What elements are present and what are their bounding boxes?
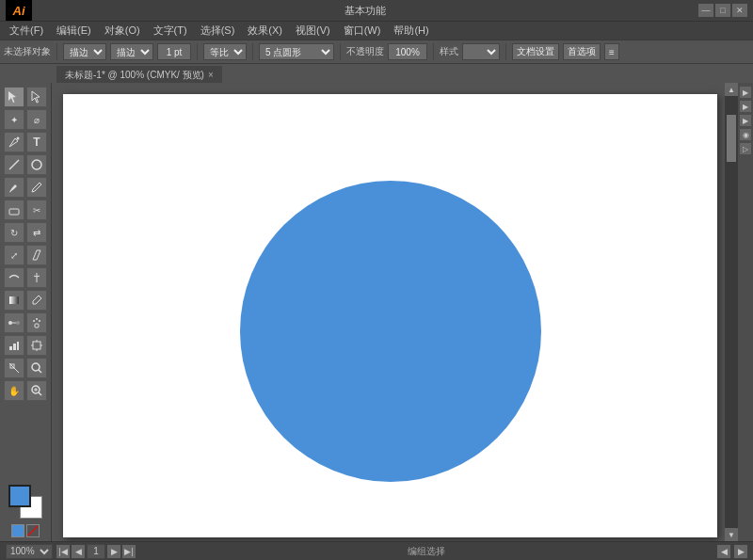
svg-rect-5	[9, 209, 19, 215]
sep1	[56, 43, 57, 60]
circle-shape[interactable]	[240, 181, 541, 482]
next-page-button[interactable]: ▶	[107, 545, 120, 558]
panel-btn-1[interactable]: ▶	[740, 87, 751, 98]
menu-view[interactable]: 视图(V)	[290, 22, 336, 40]
menu-object[interactable]: 对象(O)	[99, 22, 146, 40]
panel-btn-2[interactable]: ▶	[740, 101, 751, 112]
tab-label: 未标题-1* @ 100% (CMYK/ 预览)	[65, 69, 204, 82]
direct-selection-tool[interactable]	[26, 87, 47, 107]
stroke-width-input[interactable]	[157, 43, 191, 60]
panel-btn-5[interactable]: ▷	[740, 143, 751, 154]
fill-swatch[interactable]	[8, 485, 31, 507]
scale-tool[interactable]: ⤢	[4, 245, 24, 265]
arrange-button[interactable]: ≡	[604, 43, 619, 60]
line-tool[interactable]	[4, 154, 24, 175]
width-tool[interactable]	[26, 267, 47, 288]
menu-file[interactable]: 文件(F)	[4, 22, 49, 40]
close-button[interactable]: ✕	[732, 4, 747, 17]
doc-setup-button[interactable]: 文档设置	[512, 43, 559, 60]
stroke-color-select[interactable]: 描边	[63, 43, 106, 60]
page-number-input[interactable]	[87, 544, 105, 559]
scissors-tool[interactable]: ✂	[26, 200, 47, 220]
panel-btn-3[interactable]: ▶	[740, 115, 751, 126]
zoom-tool[interactable]	[26, 380, 47, 401]
stroke-style-select[interactable]: 描边	[110, 43, 153, 60]
prev-page-button[interactable]: ◀	[72, 545, 85, 558]
zoom-select[interactable]: 100%	[6, 544, 53, 559]
rotate-tool[interactable]: ↻	[4, 222, 24, 243]
menu-window[interactable]: 窗口(W)	[338, 22, 387, 40]
tool-row-6: ✂	[4, 200, 47, 220]
type-tool[interactable]: T	[26, 132, 47, 152]
scroll-track	[725, 96, 738, 528]
menu-select[interactable]: 选择(S)	[195, 22, 241, 40]
artboard-tool[interactable]	[26, 335, 47, 356]
scale-select[interactable]: 等比	[203, 43, 247, 60]
tabbar: 未标题-1* @ 100% (CMYK/ 预览) ×	[0, 64, 753, 83]
sep2	[197, 43, 198, 60]
minimize-button[interactable]: —	[698, 4, 713, 17]
warp-tool[interactable]	[4, 267, 24, 288]
hand-tool[interactable]: ✋	[4, 380, 24, 401]
blend-tool[interactable]	[4, 312, 24, 333]
status-nav-btn2[interactable]: ▶	[734, 545, 747, 558]
menu-edit[interactable]: 编辑(E)	[51, 22, 97, 40]
style-select[interactable]	[462, 43, 500, 60]
color-swatches[interactable]	[8, 485, 42, 519]
titlebar: Ai 基本功能 — □ ✕	[0, 0, 753, 21]
sep4	[340, 43, 341, 60]
magic-wand-tool[interactable]: ✦	[4, 109, 24, 130]
pencil-tool[interactable]	[26, 177, 47, 198]
eraser-tool[interactable]	[4, 200, 24, 220]
gradient-tool[interactable]	[4, 290, 24, 311]
brush-select[interactable]: 5 点圆形	[259, 43, 334, 60]
menu-help[interactable]: 帮助(H)	[388, 22, 434, 40]
shear-tool[interactable]	[26, 245, 47, 265]
menu-effect[interactable]: 效果(X)	[242, 22, 288, 40]
slice-tool[interactable]	[4, 358, 24, 378]
right-panel: ▶ ▶ ▶ ◉ ▷	[738, 83, 753, 541]
ellipse-tool[interactable]	[26, 154, 47, 175]
status-text: 编组选择	[139, 545, 713, 558]
vertical-scrollbar[interactable]: ▲ ▼	[725, 83, 738, 541]
opacity-input[interactable]	[388, 43, 427, 60]
tool-row-14: ✋	[4, 380, 47, 401]
menu-type[interactable]: 文字(T)	[148, 22, 193, 40]
tool-row-2: ✦ ⌀	[4, 109, 47, 130]
paintbrush-tool[interactable]	[4, 177, 24, 198]
pen-tool[interactable]	[4, 132, 24, 152]
svg-point-12	[36, 318, 38, 320]
status-nav-btn[interactable]: ◀	[717, 545, 730, 558]
lasso-tool[interactable]: ⌀	[26, 109, 47, 130]
canvas-area: ▲ ▼	[52, 83, 738, 541]
svg-point-13	[39, 320, 40, 322]
svg-rect-14	[35, 324, 39, 328]
maximize-button[interactable]: □	[715, 4, 730, 17]
scroll-down-button[interactable]: ▼	[725, 528, 738, 541]
svg-line-31	[28, 526, 38, 536]
svg-point-11	[33, 320, 35, 322]
scroll-thumb[interactable]	[727, 115, 736, 162]
zoom-tool-alt[interactable]	[26, 358, 47, 378]
tab-close-button[interactable]: ×	[208, 70, 214, 80]
prefs-button[interactable]: 首选项	[563, 43, 601, 60]
document-tab[interactable]: 未标题-1* @ 100% (CMYK/ 预览) ×	[56, 66, 222, 83]
eyedropper-tool[interactable]	[26, 290, 47, 311]
selection-tool[interactable]	[4, 87, 24, 107]
tool-row-3: T	[4, 132, 47, 152]
first-page-button[interactable]: |◀	[56, 545, 70, 558]
panel-btn-4[interactable]: ◉	[740, 129, 751, 140]
reflect-tool[interactable]: ⇄	[26, 222, 47, 243]
svg-point-4	[32, 160, 41, 169]
svg-point-25	[32, 363, 40, 371]
last-page-button[interactable]: ▶|	[122, 545, 136, 558]
tool-row-4	[4, 154, 47, 175]
sep5	[433, 43, 434, 60]
svg-point-2	[17, 137, 20, 140]
symbol-sprayer-tool[interactable]	[26, 312, 47, 333]
svg-rect-18	[33, 342, 40, 349]
tool-row-9	[4, 267, 47, 288]
graph-tool[interactable]	[4, 335, 24, 356]
svg-point-8	[8, 321, 12, 325]
scroll-up-button[interactable]: ▲	[725, 83, 738, 96]
